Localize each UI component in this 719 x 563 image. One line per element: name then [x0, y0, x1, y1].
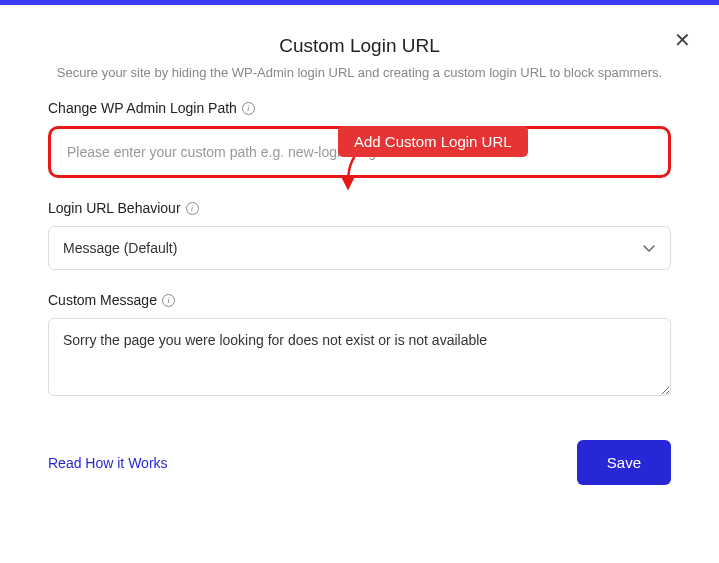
modal-header: Custom Login URL Secure your site by hid… — [48, 35, 671, 80]
info-icon[interactable]: i — [186, 202, 199, 215]
label-text: Login URL Behaviour — [48, 200, 181, 216]
label-text: Custom Message — [48, 292, 157, 308]
behaviour-select[interactable]: Message (Default) — [48, 226, 671, 270]
custom-message-textarea[interactable] — [48, 318, 671, 396]
login-path-label: Change WP Admin Login Path i — [48, 100, 671, 116]
annotation-callout: Add Custom Login URL — [338, 126, 528, 157]
help-link[interactable]: Read How it Works — [48, 455, 168, 471]
close-button[interactable]: ✕ — [674, 28, 691, 52]
custom-message-label: Custom Message i — [48, 292, 671, 308]
save-button[interactable]: Save — [577, 440, 671, 485]
page-title: Custom Login URL — [48, 35, 671, 57]
custom-message-group: Custom Message i — [48, 292, 671, 400]
custom-login-modal: Custom Login URL Secure your site by hid… — [0, 5, 719, 505]
chevron-down-icon — [642, 241, 656, 255]
info-icon[interactable]: i — [242, 102, 255, 115]
label-text: Change WP Admin Login Path — [48, 100, 237, 116]
close-icon: ✕ — [674, 29, 691, 51]
page-subtitle: Secure your site by hiding the WP-Admin … — [48, 65, 671, 80]
modal-footer: Read How it Works Save — [48, 440, 671, 485]
select-value: Message (Default) — [63, 240, 177, 256]
behaviour-label: Login URL Behaviour i — [48, 200, 671, 216]
info-icon[interactable]: i — [162, 294, 175, 307]
behaviour-group: Login URL Behaviour i Message (Default) — [48, 200, 671, 270]
